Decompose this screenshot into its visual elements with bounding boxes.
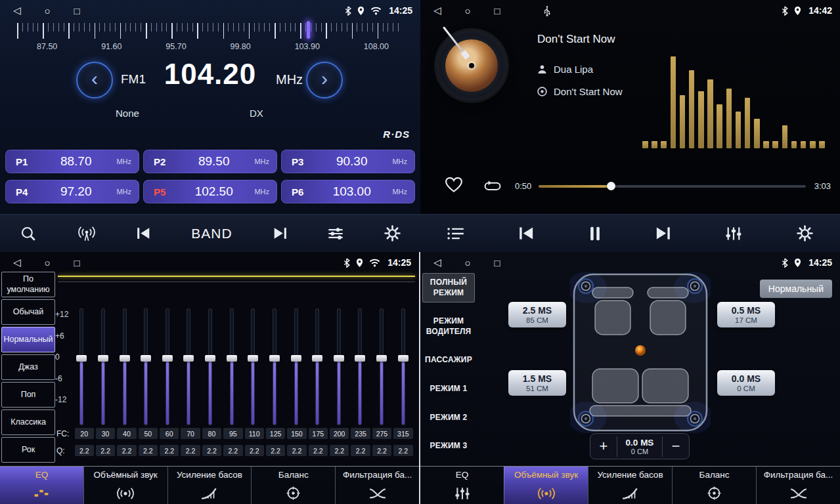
back-icon[interactable]: ◁ (433, 257, 441, 268)
eq-slider-handle[interactable] (120, 355, 130, 362)
fc-value[interactable]: 70 (181, 428, 200, 439)
eq-band-slider[interactable] (328, 308, 350, 425)
preset-button[interactable]: P5 102.50 MHz (143, 180, 277, 203)
seek-bar[interactable] (539, 185, 806, 188)
fc-value[interactable]: 40 (117, 428, 136, 439)
increase-delay-button[interactable]: + (590, 439, 617, 453)
tuning-indicator[interactable] (307, 21, 310, 39)
eq-band-slider[interactable] (93, 308, 114, 425)
equalizer-tab-icon-cell[interactable] (420, 482, 504, 504)
eq-band-slider[interactable] (349, 308, 371, 425)
q-value[interactable]: 2.2 (96, 445, 115, 456)
bass-boost-tab-icon-cell[interactable] (167, 482, 252, 504)
eq-preset-item[interactable]: Джаз (1, 354, 55, 380)
frequency-scale[interactable]: 87.5091.6095.7099.80103.90108.00 (0, 21, 420, 55)
eq-slider-handle[interactable] (398, 355, 409, 362)
home-icon[interactable]: ○ (45, 257, 51, 268)
eq-slider-handle[interactable] (205, 355, 215, 362)
eq-slider-handle[interactable] (162, 355, 173, 362)
eq-band-slider[interactable] (200, 308, 221, 425)
seek-down-button[interactable] (136, 227, 152, 240)
q-value[interactable]: 2.2 (351, 445, 370, 456)
album-art[interactable] (436, 30, 507, 101)
playlist-button[interactable] (447, 227, 464, 240)
eq-slider-handle[interactable] (248, 355, 258, 362)
fc-value[interactable]: 125 (266, 428, 285, 439)
q-value[interactable]: 2.2 (160, 445, 179, 456)
fc-value[interactable]: 95 (223, 428, 242, 439)
balance-tab-icon-cell[interactable] (672, 482, 756, 504)
recents-icon[interactable]: □ (74, 5, 80, 16)
eq-band-slider[interactable] (157, 308, 179, 425)
fc-value[interactable]: 50 (139, 428, 158, 439)
next-track-button[interactable] (654, 226, 671, 240)
eq-band-slider[interactable] (221, 308, 242, 425)
q-value[interactable]: 2.2 (330, 445, 349, 456)
home-icon[interactable]: ○ (465, 5, 471, 16)
mixer-button[interactable] (725, 226, 742, 242)
preset-button[interactable]: P4 97.20 MHz (5, 180, 139, 203)
audio-tab[interactable]: EQ (420, 467, 504, 482)
q-value[interactable]: 2.2 (393, 445, 412, 456)
audio-tab[interactable]: Баланс (672, 467, 756, 482)
eq-slider-handle[interactable] (269, 355, 280, 362)
eq-slider-handle[interactable] (76, 355, 87, 362)
eq-preset-item[interactable]: Обычай (1, 299, 55, 325)
back-icon[interactable]: ◁ (13, 5, 21, 16)
repeat-button[interactable] (483, 180, 502, 195)
audio-tab[interactable]: Усиление басов (167, 467, 252, 482)
fc-value[interactable]: 235 (351, 428, 370, 439)
recents-icon[interactable]: □ (74, 257, 80, 268)
eq-preset-item[interactable]: Поп (1, 382, 55, 408)
recents-icon[interactable]: □ (495, 5, 500, 16)
filter-tab-icon-cell[interactable] (756, 482, 840, 504)
balance-tab-icon-cell[interactable] (251, 482, 335, 504)
eq-band-slider[interactable] (178, 308, 200, 425)
preset-button[interactable]: P2 89.50 MHz (143, 150, 277, 173)
fc-value[interactable]: 20 (75, 428, 94, 439)
filter-tab-icon-cell[interactable] (335, 482, 419, 504)
sound-preset-button[interactable]: Нормальный (760, 280, 832, 298)
q-value[interactable]: 2.2 (245, 445, 264, 456)
audio-tab[interactable]: Фильтрация ба... (756, 467, 840, 482)
favorite-button[interactable] (445, 177, 462, 196)
previous-track-button[interactable] (518, 226, 535, 240)
broadcast-button[interactable] (77, 226, 97, 242)
preset-button[interactable]: P3 90.30 MHz (281, 150, 415, 173)
eq-slider-handle[interactable] (291, 355, 301, 362)
seek-up-button[interactable] (272, 227, 288, 240)
fc-value[interactable]: 80 (202, 428, 221, 439)
fc-value[interactable]: 275 (372, 428, 391, 439)
delay-front-right[interactable]: 0.5 MS 17 CM (717, 302, 775, 327)
eq-band-slider[interactable] (392, 308, 414, 425)
eq-band-slider[interactable] (264, 308, 286, 425)
home-icon[interactable]: ○ (45, 5, 51, 16)
eq-slider-handle[interactable] (227, 355, 237, 362)
eq-preset-item[interactable]: По умолчанию (1, 272, 55, 297)
audio-settings-button[interactable] (327, 226, 344, 241)
fc-value[interactable]: 315 (393, 428, 412, 439)
eq-slider-handle[interactable] (355, 355, 365, 362)
preset-button[interactable]: P1 88.70 MHz (5, 150, 139, 173)
listening-mode-item[interactable]: ПОЛНЫЙ РЕЖИМ (422, 273, 475, 303)
listening-mode-item[interactable]: РЕЖИМ ВОДИТЕЛЯ (422, 312, 475, 341)
eq-slider-handle[interactable] (98, 355, 108, 362)
settings-button[interactable] (797, 225, 813, 242)
audio-tab[interactable]: Фильтрация ба... (335, 467, 419, 482)
pause-button[interactable] (590, 226, 600, 242)
q-value[interactable]: 2.2 (202, 445, 221, 456)
eq-band-slider[interactable] (135, 308, 157, 425)
eq-slider-handle[interactable] (312, 355, 322, 362)
decrease-delay-button[interactable]: − (663, 439, 689, 453)
eq-band-slider[interactable] (285, 308, 307, 425)
q-value[interactable]: 2.2 (117, 445, 136, 456)
eq-slider-handle[interactable] (183, 355, 194, 362)
q-value[interactable]: 2.2 (266, 445, 285, 456)
eq-band-slider[interactable] (114, 308, 135, 425)
audio-tab[interactable]: Усиление басов (588, 467, 672, 482)
eq-preset-item[interactable]: Нормальный (1, 327, 55, 352)
q-value[interactable]: 2.2 (287, 445, 306, 456)
equalizer-tab-icon-cell[interactable] (0, 482, 83, 504)
bass-boost-tab-icon-cell[interactable] (588, 482, 672, 504)
q-value[interactable]: 2.2 (372, 445, 391, 456)
